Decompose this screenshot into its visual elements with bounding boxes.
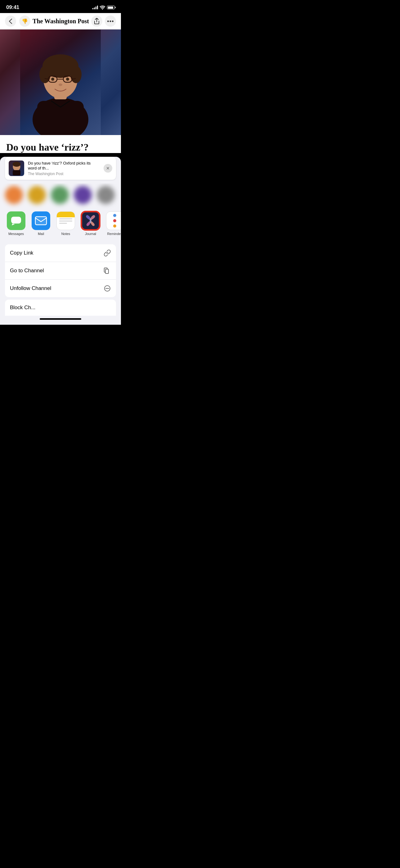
svg-point-17: [66, 78, 69, 81]
copy-link-action[interactable]: Copy Link: [5, 244, 116, 262]
svg-point-1: [110, 21, 111, 22]
go-to-channel-action[interactable]: Go to Channel: [5, 262, 116, 280]
block-channel-label: Block Ch...: [10, 305, 35, 311]
contact-item[interactable]: [5, 186, 23, 204]
action-list: Copy Link Go to Channel Unfollow Channel: [5, 244, 116, 297]
svg-rect-22: [11, 217, 21, 223]
thumbs-down-button[interactable]: 👎: [19, 16, 30, 27]
nav-bar: 👎 The Washington Post: [0, 13, 121, 30]
partial-action-list: Block Ch...: [5, 300, 116, 316]
svg-rect-21: [13, 170, 21, 176]
notes-icon: [57, 211, 75, 230]
home-indicator: [0, 316, 121, 325]
contact-avatar: [5, 186, 23, 204]
unfollow-channel-label: Unfollow Channel: [10, 285, 51, 291]
back-button[interactable]: [5, 16, 16, 27]
contact-item[interactable]: [51, 186, 69, 204]
battery-icon: [107, 6, 115, 9]
messages-label: Messages: [8, 232, 24, 236]
nav-title: The Washington Post: [33, 18, 89, 25]
block-channel-action[interactable]: Block Ch...: [5, 300, 116, 316]
svg-rect-5: [37, 101, 84, 135]
share-sheet: Do you have ‘rizz’? Oxford picks its wor…: [0, 157, 121, 316]
preview-thumbnail: [9, 160, 24, 176]
wifi-icon: [100, 6, 105, 10]
preview-close-button[interactable]: ✕: [104, 164, 112, 173]
svg-point-10: [70, 66, 81, 83]
svg-rect-23: [35, 217, 46, 225]
app-item-journal[interactable]: Journal: [78, 210, 103, 237]
unfollow-channel-action[interactable]: Unfollow Channel: [5, 280, 116, 297]
preview-source: The Washington Post: [28, 172, 100, 176]
contact-item[interactable]: [28, 186, 46, 204]
article-area: Do you have ‘rizz’?: [0, 135, 121, 153]
preview-title: Do you have ‘rizz’? Oxford picks its wor…: [28, 161, 100, 172]
unfollow-channel-icon: [104, 285, 111, 292]
close-icon: ✕: [106, 166, 110, 171]
contact-item[interactable]: [97, 186, 115, 204]
app-item-reminders[interactable]: Reminders: [103, 210, 121, 237]
journal-label: Journal: [85, 232, 96, 236]
status-bar: 09:41: [0, 0, 121, 13]
journal-icon: [81, 211, 100, 230]
signal-icon: [92, 6, 98, 9]
reminders-label: Reminders: [107, 232, 121, 236]
apps-row: Messages Mail: [0, 209, 121, 239]
hero-image: [0, 30, 121, 135]
status-time: 09:41: [6, 4, 19, 10]
hero-person: [0, 30, 121, 135]
nav-left: 👎: [5, 16, 30, 27]
copy-link-label: Copy Link: [10, 250, 33, 256]
svg-point-18: [59, 84, 62, 86]
apps-row-container: Messages Mail: [0, 209, 121, 244]
person-illustration: [20, 30, 101, 135]
svg-point-16: [51, 78, 54, 81]
reminders-icon: [106, 211, 121, 230]
contact-avatar: [74, 186, 92, 204]
messages-icon: [7, 211, 26, 230]
svg-point-2: [112, 21, 113, 22]
svg-point-0: [107, 21, 109, 22]
contact-avatar: [97, 186, 115, 204]
thumbs-down-icon: 👎: [22, 18, 28, 24]
go-to-channel-label: Go to Channel: [10, 268, 44, 274]
svg-rect-27: [105, 269, 108, 274]
preview-text: Do you have ‘rizz’? Oxford picks its wor…: [28, 161, 100, 176]
contact-avatar: [28, 186, 46, 204]
copy-link-icon: [104, 249, 111, 257]
share-preview: Do you have ‘rizz’? Oxford picks its wor…: [5, 157, 116, 180]
svg-point-20: [12, 162, 21, 167]
contact-item[interactable]: [74, 186, 92, 204]
contacts-row: [0, 183, 121, 209]
status-icons: [92, 6, 115, 10]
go-to-channel-icon: [104, 267, 111, 274]
share-button[interactable]: [91, 16, 102, 27]
nav-right: [91, 16, 116, 27]
app-item-mail[interactable]: Mail: [29, 210, 53, 237]
contact-avatar: [51, 186, 69, 204]
home-bar: [40, 318, 81, 320]
more-button[interactable]: [105, 16, 116, 27]
mail-icon: [32, 211, 50, 230]
mail-label: Mail: [38, 232, 44, 236]
notes-label: Notes: [61, 232, 70, 236]
svg-point-25: [90, 218, 92, 223]
app-item-notes[interactable]: Notes: [53, 210, 78, 237]
article-title: Do you have ‘rizz’?: [6, 141, 115, 153]
app-item-messages[interactable]: Messages: [4, 210, 29, 237]
